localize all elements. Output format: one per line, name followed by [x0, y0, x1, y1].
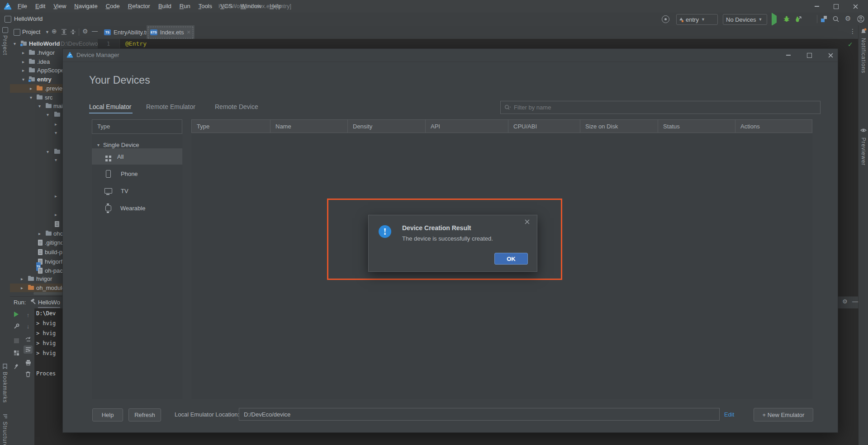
dm-title-bar[interactable]: Device Manager: [63, 49, 838, 62]
expand-all-icon[interactable]: [61, 29, 67, 36]
dm-close-button[interactable]: [821, 49, 840, 62]
attach-debugger-icon[interactable]: [821, 16, 827, 22]
menu-file[interactable]: File: [14, 0, 31, 13]
device-selector[interactable]: No Devices ▼: [723, 14, 767, 25]
tool-button-project[interactable]: Project: [2, 35, 8, 55]
collapse-all-icon[interactable]: [70, 29, 76, 36]
search-icon: [504, 104, 511, 110]
profile-avatar-icon[interactable]: [857, 15, 864, 24]
project-view-selector[interactable]: Project: [22, 28, 40, 35]
window-minimize-button[interactable]: [807, 0, 826, 13]
collapse-arrow-icon[interactable]: ▾: [47, 147, 49, 156]
editor-tab-index[interactable]: ETS Index.ets ✕: [147, 25, 194, 40]
rerun-button[interactable]: [12, 310, 21, 318]
profiler-button[interactable]: [794, 15, 802, 24]
scroll-to-end-icon[interactable]: [24, 335, 33, 343]
settings-gear-icon[interactable]: ⚙: [845, 14, 851, 23]
menu-refactor[interactable]: Refactor: [124, 0, 154, 13]
collapse-arrow-icon[interactable]: ▾: [14, 39, 16, 48]
menu-view[interactable]: View: [49, 0, 70, 13]
build-settings-wrench-icon[interactable]: [12, 322, 21, 330]
type-item-phone[interactable]: Phone: [92, 166, 182, 182]
menu-run[interactable]: Run: [175, 0, 194, 13]
run-settings-gear-icon[interactable]: ⚙: [842, 298, 848, 305]
expand-arrow-icon[interactable]: ▸: [38, 229, 41, 238]
collapse-arrow-icon[interactable]: ▾: [47, 110, 49, 119]
print-icon[interactable]: [24, 358, 33, 366]
kebab-menu-icon[interactable]: ⋮: [849, 28, 856, 35]
column-header-type[interactable]: Type: [191, 119, 270, 133]
expand-arrow-icon[interactable]: ▸: [30, 84, 32, 93]
menu-edit[interactable]: Edit: [31, 0, 49, 13]
locate-file-icon[interactable]: ⊕: [52, 28, 57, 35]
column-header-name[interactable]: Name: [270, 119, 348, 133]
expand-arrow-icon[interactable]: ▸: [55, 192, 57, 200]
expand-arrow-icon[interactable]: ▸: [22, 57, 24, 66]
type-item-tv[interactable]: TV: [92, 183, 182, 199]
location-input[interactable]: [239, 408, 720, 421]
tab-remote-emulator[interactable]: Remote Emulator: [146, 103, 195, 110]
tool-button-bookmarks[interactable]: Bookmarks: [2, 372, 8, 403]
tab-local-emulator[interactable]: Local Emulator: [89, 103, 131, 110]
type-item-all[interactable]: All: [92, 148, 182, 165]
column-header-cpu-abi[interactable]: CPU/ABI: [508, 119, 580, 133]
sync-status-icon[interactable]: [662, 15, 669, 23]
inspection-ok-check-icon[interactable]: ✓: [848, 41, 853, 48]
build-dashboard-icon[interactable]: [12, 349, 21, 357]
expand-arrow-icon[interactable]: ▸: [55, 120, 57, 128]
column-header-status[interactable]: Status: [658, 119, 735, 133]
expand-arrow-icon[interactable]: ▸: [21, 275, 23, 283]
help-button[interactable]: Help: [92, 408, 123, 421]
collapse-arrow-icon[interactable]: ▾: [55, 156, 57, 164]
debug-button[interactable]: [783, 15, 790, 24]
search-everywhere-icon[interactable]: [832, 15, 840, 24]
tab-remote-device[interactable]: Remote Device: [215, 103, 258, 110]
collapse-arrow-icon[interactable]: ▾: [30, 93, 32, 102]
stop-process-button[interactable]: [12, 336, 21, 345]
type-item-wearable[interactable]: Wearable: [92, 200, 182, 216]
hide-panel-icon[interactable]: —: [92, 28, 98, 34]
column-header-actions[interactable]: Actions: [735, 119, 812, 133]
scroll-down-icon[interactable]: ↓: [24, 322, 33, 330]
collapse-arrow-icon[interactable]: ▾: [38, 102, 41, 110]
menu-navigate[interactable]: Navigate: [70, 0, 101, 13]
tool-button-previewer[interactable]: Previewer: [860, 137, 867, 166]
expand-arrow-icon[interactable]: ▸: [55, 210, 57, 219]
close-tab-icon[interactable]: ✕: [186, 29, 190, 35]
tool-button-structure[interactable]: Structure: [2, 421, 8, 445]
menu-code[interactable]: Code: [102, 0, 124, 13]
filter-input[interactable]: [513, 104, 816, 111]
menu-build[interactable]: Build: [154, 0, 175, 13]
ok-button[interactable]: OK: [494, 253, 528, 265]
menu-tools[interactable]: Tools: [194, 0, 216, 13]
scroll-up-icon[interactable]: ↑: [24, 311, 33, 319]
refresh-button[interactable]: Refresh: [128, 408, 161, 421]
breadcrumb[interactable]: HelloWorld: [14, 15, 43, 22]
filter-box[interactable]: [500, 101, 821, 114]
collapse-arrow-icon[interactable]: ▾: [55, 128, 57, 137]
module-selector[interactable]: entry ▼: [676, 14, 718, 25]
expand-arrow-icon[interactable]: ▸: [21, 284, 23, 292]
tree-settings-gear-icon[interactable]: ⚙: [82, 28, 88, 35]
column-header-density[interactable]: Density: [348, 119, 426, 133]
tree-item-helloworld[interactable]: ▾ HelloWorld D:\DevEco\workspace: [10, 39, 98, 48]
dm-maximize-button[interactable]: [800, 49, 819, 62]
expand-arrow-icon[interactable]: ▸: [22, 66, 24, 75]
dialog-close-icon[interactable]: [525, 219, 530, 226]
new-emulator-button[interactable]: + New Emulator: [754, 408, 813, 421]
collapse-arrow-icon[interactable]: ▾: [22, 75, 24, 84]
pin-tab-icon[interactable]: [12, 362, 21, 370]
window-close-button[interactable]: [846, 0, 865, 13]
run-hide-icon[interactable]: —: [852, 298, 858, 305]
run-tab-helloworld[interactable]: HelloWo: [38, 299, 60, 308]
expand-arrow-icon[interactable]: ▸: [22, 48, 24, 57]
window-maximize-button[interactable]: [826, 0, 846, 13]
dm-minimize-button[interactable]: [778, 49, 798, 62]
tool-button-notifications[interactable]: Notifications: [860, 38, 867, 73]
clear-trash-icon[interactable]: [24, 370, 33, 378]
edit-link[interactable]: Edit: [724, 411, 734, 418]
soft-wrap-toggle[interactable]: [24, 346, 33, 354]
run-button[interactable]: [772, 16, 777, 23]
column-header-size-on-disk[interactable]: Size on Disk: [580, 119, 658, 133]
column-header-api[interactable]: API: [426, 119, 508, 133]
